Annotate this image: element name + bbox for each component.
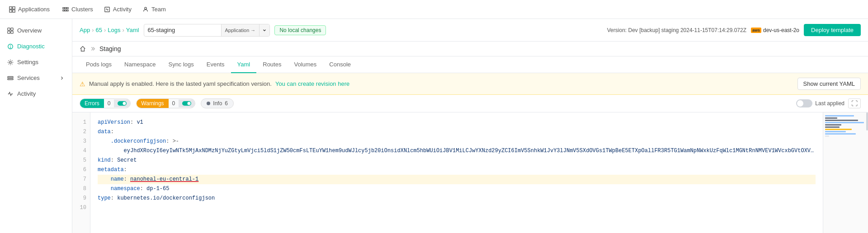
warnings-switch[interactable] xyxy=(179,99,195,107)
code-line-10 xyxy=(98,203,816,213)
nav-clusters[interactable]: Clusters xyxy=(62,6,93,13)
svg-rect-24 xyxy=(8,78,13,79)
svg-rect-5 xyxy=(65,7,66,9)
sidebar-settings-label: Settings xyxy=(17,59,38,65)
tabs-bar: Pods logs Namespace Sync logs Events Yam… xyxy=(72,56,868,73)
code-line-2: data: xyxy=(98,127,816,137)
info-filter[interactable]: Info 6 xyxy=(201,98,234,108)
line-num-7: 7 xyxy=(72,175,90,184)
aws-logo: aws xyxy=(751,28,761,33)
svg-point-22 xyxy=(9,61,11,63)
code-line-4: eyJhdXRocyI6eyIwNTk5MjAxNDMzNjYuZGtyLmVj… xyxy=(98,146,816,156)
sidebar-services-label: Services xyxy=(17,75,40,81)
no-changes-badge[interactable]: No local changes xyxy=(274,25,326,35)
code-content[interactable]: apiVersion: v1 data: .dockerconfigjson: … xyxy=(90,112,823,233)
warnings-toggle[interactable]: Warnings 0 xyxy=(136,98,195,108)
breadcrumb-app[interactable]: App xyxy=(80,27,90,33)
sidebar-activity-label: Activity xyxy=(17,90,36,97)
code-line-5: kind: Secret xyxy=(98,156,816,165)
sidebar-item-settings[interactable]: Settings xyxy=(0,54,72,70)
breadcrumb-sep1: › xyxy=(92,27,94,33)
svg-rect-8 xyxy=(65,9,66,11)
app-badge-label: Application → xyxy=(225,28,256,33)
code-line-7: name: nanoheal-eu-central-1 xyxy=(98,175,816,184)
sidebar: Overview Diagnostic Settings Services Ac… xyxy=(0,19,72,233)
info-filter-count: 6 xyxy=(225,100,228,107)
tab-sync-logs[interactable]: Sync logs xyxy=(162,56,200,73)
staging-title: Staging xyxy=(99,45,121,52)
tab-events[interactable]: Events xyxy=(200,56,231,73)
errors-switch[interactable] xyxy=(114,99,130,107)
errors-toggle[interactable]: Errors 0 xyxy=(80,98,131,108)
nav-applications[interactable]: Applications xyxy=(7,0,52,19)
line-num-10: 10 xyxy=(72,203,90,213)
toggle-icon-w xyxy=(182,101,191,106)
info-filter-label: Info xyxy=(213,100,222,107)
team-icon xyxy=(142,6,149,13)
breadcrumb-logs[interactable]: Logs xyxy=(108,27,120,33)
info-link[interactable]: You can create revision here xyxy=(275,80,349,87)
filters-bar: Errors 0 Warnings 0 Info 6 xyxy=(72,95,868,112)
content-header-bar: App › 65 › Logs › Yaml Application → No … xyxy=(72,19,868,42)
nav-team[interactable]: Team xyxy=(142,6,166,13)
svg-rect-6 xyxy=(67,7,69,9)
minimap xyxy=(823,112,868,233)
line-num-6: 6 xyxy=(72,165,90,175)
editor-area: 1 2 3 4 5 6 7 8 9 10 apiVersion: v1 data… xyxy=(72,112,868,233)
home-icon[interactable] xyxy=(80,46,86,52)
sidebar-item-diagnostic[interactable]: Diagnostic xyxy=(0,38,72,54)
sidebar-item-services[interactable]: Services xyxy=(0,70,72,86)
svg-rect-15 xyxy=(8,28,10,30)
breadcrumb: App › 65 › Logs › Yaml xyxy=(80,27,139,33)
svg-rect-7 xyxy=(63,9,65,11)
line-num-9: 9 xyxy=(72,194,90,203)
show-yaml-button[interactable]: Show current YAML xyxy=(797,78,861,90)
nav-applications-label: Applications xyxy=(18,6,50,13)
tab-namespace[interactable]: Namespace xyxy=(118,56,162,73)
sidebar-item-overview[interactable]: Overview xyxy=(0,23,72,38)
svg-rect-3 xyxy=(13,9,15,12)
env-selector[interactable]: Application → xyxy=(144,24,270,37)
line-num-4: 4 xyxy=(72,146,90,156)
info-dot xyxy=(207,102,210,105)
expand-editor-button[interactable]: ⛶ xyxy=(848,98,861,108)
info-message: Manual apply is enabled. Here is the las… xyxy=(89,80,272,87)
env-input[interactable] xyxy=(144,27,221,33)
env-dropdown-btn[interactable] xyxy=(259,24,269,36)
tab-yaml[interactable]: Yaml xyxy=(231,56,257,73)
tab-volumes[interactable]: Volumes xyxy=(288,56,323,73)
breadcrumb-num[interactable]: 65 xyxy=(95,27,102,33)
code-line-8: namespace: dp-1-65 xyxy=(98,184,816,194)
errors-label: Errors xyxy=(80,99,104,108)
sidebar-item-activity[interactable]: Activity xyxy=(0,86,72,102)
overview-icon xyxy=(7,28,14,34)
deploy-template-button[interactable]: Deploy template xyxy=(804,24,861,36)
staging-header: Staging xyxy=(72,42,868,56)
line-num-5: 5 xyxy=(72,156,90,165)
svg-point-21 xyxy=(10,47,11,48)
last-applied-toggle[interactable]: Last applied xyxy=(796,99,844,107)
clusters-icon xyxy=(62,6,69,13)
svg-point-26 xyxy=(123,102,126,105)
info-bar: ⚠ Manual apply is enabled. Here is the l… xyxy=(72,73,868,95)
breadcrumb-sep3: › xyxy=(123,27,124,33)
tab-routes[interactable]: Routes xyxy=(256,56,288,73)
errors-count: 0 xyxy=(104,99,114,108)
nav-team-label: Team xyxy=(151,6,166,13)
sidebar-overview-label: Overview xyxy=(17,27,42,34)
no-changes-label: No local changes xyxy=(279,27,321,33)
chevron-right-icon xyxy=(59,75,65,81)
tab-console[interactable]: Console xyxy=(323,56,357,73)
warnings-count: 0 xyxy=(169,99,179,108)
breadcrumb-current: Yaml xyxy=(126,27,139,33)
activity-nav-icon xyxy=(104,6,110,13)
svg-rect-2 xyxy=(9,9,12,12)
tab-pods-logs[interactable]: Pods logs xyxy=(80,56,118,73)
line-num-3: 3 xyxy=(72,137,90,146)
code-line-6: metadata: xyxy=(98,165,816,175)
last-applied-pill[interactable] xyxy=(796,99,812,107)
grid-icon xyxy=(9,6,15,13)
line-numbers: 1 2 3 4 5 6 7 8 9 10 xyxy=(72,112,90,233)
svg-point-14 xyxy=(145,7,146,9)
nav-activity[interactable]: Activity xyxy=(104,6,132,13)
